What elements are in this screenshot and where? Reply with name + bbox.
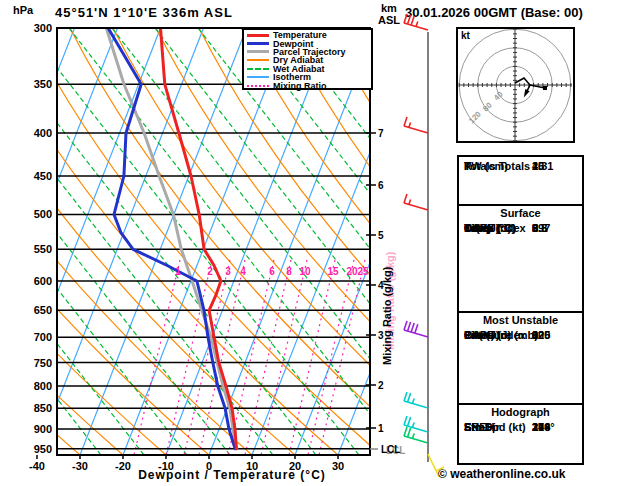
legend-label: Isotherm	[273, 73, 311, 81]
wet-adiabat-line	[112, 28, 445, 455]
legend-box: TemperatureDewpointParcel TrajectoryDry …	[242, 28, 373, 90]
wind-barb	[404, 117, 428, 133]
table-row-value: 34	[532, 421, 544, 433]
mixing-ratio-label: 1	[175, 266, 181, 277]
pressure-tick-label: 800	[34, 380, 52, 392]
wind-barb	[404, 321, 428, 337]
table-row-value: 12	[532, 329, 544, 341]
mixing-axis-label: Mixing Ratio (g/kg)	[381, 266, 393, 365]
pressure-tick-label: 550	[34, 243, 52, 255]
table-row-value: 0	[532, 222, 538, 234]
km-tick-label: 2	[378, 380, 384, 391]
mixing-ratio-label: 6	[269, 266, 275, 277]
dry-adiabat-line	[0, 28, 37, 455]
table-section-header: Most Unstable	[459, 313, 582, 328]
x-axis-title: Dewpoint / Temperature (°C)	[92, 468, 372, 482]
pressure-tick-label: 750	[34, 357, 52, 369]
km-tick-label: 5	[378, 230, 384, 241]
table-row-label: CIN (J)	[464, 222, 499, 234]
pressure-tick-label: 650	[34, 304, 52, 316]
table-section-title: Hodograph	[459, 406, 582, 418]
table-section-header: Surface	[459, 206, 582, 221]
mixing-ratio-line	[134, 260, 180, 455]
table-row-label: PW (cm)	[464, 160, 508, 172]
legend-swatch-dry-adiabat	[247, 59, 269, 61]
table-row-label: StmSpd (kt)	[464, 421, 526, 433]
mixing-ratio-label: 3	[225, 266, 231, 277]
wet-adiabat-line	[69, 28, 402, 455]
wind-barb	[404, 14, 428, 30]
table-row-value: 1.31	[532, 160, 553, 172]
mixing-ratio-line	[308, 260, 354, 455]
mixing-ratio-line	[289, 260, 335, 455]
legend-label: Mixing Ratio	[273, 82, 327, 90]
temperature-tick-label: -40	[29, 460, 45, 472]
indices-table: K20Totals Totals45PW (cm)1.31SurfaceTemp…	[457, 155, 584, 465]
pressure-tick-label: 850	[34, 402, 52, 414]
legend-swatch-mixing-ratio	[247, 85, 269, 87]
table-row-label: CIN (J)	[464, 329, 499, 341]
legend-swatch-parcel-trajectory	[247, 50, 269, 53]
legend-swatch-isotherm	[247, 76, 269, 78]
mixing-ratio-line	[184, 260, 230, 455]
legend-swatch-temperature	[247, 34, 269, 37]
pressure-tick-label: 700	[34, 331, 52, 343]
wet-adiabat-line	[0, 28, 144, 455]
wind-barb	[404, 416, 428, 432]
table-row: CIN (J)12	[459, 328, 582, 343]
isotherm-line	[0, 28, 118, 455]
km-tick-label: 7	[378, 128, 384, 139]
table-row: PW (cm)1.31	[459, 159, 582, 174]
wet-adiabat-line	[155, 28, 488, 455]
table-row: StmSpd (kt)34	[459, 420, 582, 435]
hodograph-panel: 4080120	[457, 28, 574, 142]
pressure-tick-label: 900	[34, 423, 52, 435]
km-tick-label: 6	[378, 180, 384, 191]
mixing-ratio-label: 4	[240, 266, 246, 277]
lcl-label: LCL	[381, 444, 400, 455]
table-row: CIN (J)0	[459, 221, 582, 236]
pressure-tick-label: 400	[34, 127, 52, 139]
footer-credit: © weatheronline.co.uk	[438, 467, 566, 481]
wet-adiabat-line	[26, 28, 359, 455]
wind-barb	[404, 194, 428, 210]
table-section-title: Surface	[459, 207, 582, 219]
mixing-ratio-label: 20	[346, 266, 358, 277]
temperature-tick-label: -30	[72, 460, 88, 472]
legend-label: Temperature	[273, 31, 327, 39]
mixing-ratio-line	[245, 260, 291, 455]
plot-frame	[57, 28, 370, 455]
mixing-ratio-label: 15	[327, 266, 339, 277]
skewt-sounding-page: hPa 45°51'N 1°10'E 336m ASL km ASL 30.01…	[0, 0, 629, 486]
pressure-tick-label: 500	[34, 208, 52, 220]
mixing-ratio-label: 8	[286, 266, 292, 277]
pressure-tick-label: 300	[34, 22, 52, 34]
pressure-tick-label: 600	[34, 275, 52, 287]
isotherm-line	[0, 28, 32, 455]
pressure-tick-label: 350	[34, 78, 52, 90]
mixing-ratio-label: 2	[207, 266, 213, 277]
km-tick-label: 1	[378, 423, 384, 434]
legend-item: Mixing Ratio	[247, 81, 371, 89]
table-section-header: Hodograph	[459, 405, 582, 420]
mixing-ratio-label: 25	[357, 266, 369, 277]
mixing-ratio-label: 10	[299, 266, 311, 277]
pressure-tick-label: 450	[34, 170, 52, 182]
hodograph-marker	[543, 86, 547, 90]
hodograph-unit-label: kt	[461, 30, 470, 41]
table-section-title: Most Unstable	[459, 314, 582, 326]
wind-barb	[404, 427, 428, 443]
legend-swatch-dewpoint	[247, 42, 269, 45]
pressure-tick-label: 950	[34, 443, 52, 455]
wind-barb	[404, 392, 428, 408]
mixing-ratio-line	[199, 260, 245, 455]
legend-swatch-wet-adiabat	[247, 68, 269, 70]
